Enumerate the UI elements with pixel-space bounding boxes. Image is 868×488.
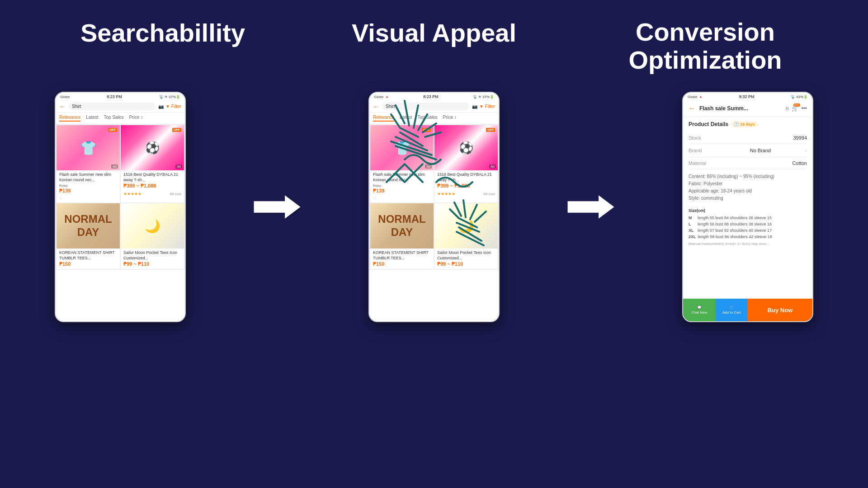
chat-now-button[interactable]: 💬 Chat Now — [683, 299, 716, 321]
stars-6: ★★★★★ — [437, 192, 455, 196]
content-spec: Content: 86% (including) ~ 95% (includin… — [689, 173, 807, 180]
off-badge-2: OFF — [172, 128, 181, 132]
svg-marker-22 — [568, 195, 614, 218]
tab-price-2[interactable]: Price ↕ — [443, 115, 457, 122]
back-btn-2[interactable]: ← — [373, 103, 379, 110]
tab-latest[interactable]: Latest — [86, 115, 98, 122]
off-badge-6: OFF — [486, 128, 495, 132]
tab-top-sales[interactable]: Top Sales — [104, 115, 124, 122]
sale-price-2: ₱399 ~ ₱1,088 — [123, 183, 181, 189]
product-card-2[interactable]: OFF ⚽ Ad 1516 Best Quality DYBALA 21 awa… — [121, 125, 184, 202]
product-img-8: 🌙 — [434, 203, 498, 249]
cart-icon[interactable]: 🛒99+ — [792, 105, 798, 112]
filter-icon-2[interactable]: ▼ Filter — [479, 104, 495, 109]
stock-label: Stock — [689, 135, 716, 141]
product-info-7: KOREAN STATEMENT SHIRT TUMBLR TEES... ₱1… — [370, 249, 434, 269]
conversion-title: ConversionOptimization — [571, 18, 840, 74]
products-grid-1: OFF 👕 Ad Flash sale Summer new slim Kore… — [56, 124, 185, 270]
tab-relevance[interactable]: Relevance — [59, 115, 80, 122]
product-card-8[interactable]: 🌙 Sailor Moon Pocket Tees Icon Customize… — [434, 203, 498, 269]
product-card-1[interactable]: OFF 👕 Ad Flash sale Summer new slim Kore… — [57, 125, 120, 202]
brand-value: No Brand — [750, 148, 771, 153]
buy-now-button[interactable]: Buy Now — [748, 299, 812, 321]
search-input-2[interactable]: Shirt — [382, 103, 469, 110]
sale-price-1: ₱139 — [59, 188, 117, 194]
stock-value: 39994 — [793, 135, 807, 141]
product-img-5: OFF 👕 Ad — [370, 125, 434, 170]
heart-icon-1[interactable]: ♡ — [59, 197, 62, 201]
status-bar-3: Globe 🔺 8:32 PM 📡 43%🔋 — [683, 93, 812, 101]
sort-tabs-1: Relevance Latest Top Sales Price ↕ — [56, 113, 185, 124]
product-img-6: OFF ⚽ Ad — [434, 125, 498, 170]
detail-header: ← Flash sale Summ... ⎋ 🛒99+ ••• — [683, 101, 812, 117]
original-price-5: ₱350 — [373, 184, 381, 188]
product-card-7[interactable]: NORMALDAY KOREAN STATEMENT SHIRT TUMBLR … — [370, 203, 434, 269]
search-input-1[interactable]: Shirt — [68, 103, 156, 110]
search-text-1: Shirt — [72, 104, 81, 109]
off-badge-1: OFF — [108, 128, 117, 132]
time-2: 8:23 PM — [423, 94, 439, 99]
camera-icon[interactable]: 📷 — [158, 104, 164, 109]
searchability-title: Searchabillity — [28, 18, 297, 47]
tab-relevance-2[interactable]: Relevance — [373, 115, 394, 122]
filter-icon[interactable]: ▼ Filter — [165, 104, 181, 109]
brand-label: Brand — [689, 148, 716, 153]
product-card-5[interactable]: OFF 👕 Ad Flash sale Summer new slim Kore… — [370, 125, 434, 202]
chat-label: Chat Now — [691, 310, 707, 314]
product-footer-1: ♡ — [57, 196, 120, 202]
back-btn-1[interactable]: ← — [59, 103, 66, 110]
product-details-label: Product Details — [689, 121, 728, 127]
measurement-note: Manual measurement, error(+-1~3cm) may o… — [689, 242, 807, 246]
camera-icon-2[interactable]: 📷 — [472, 104, 477, 109]
material-label: Material — [689, 160, 716, 166]
product-img-1: OFF 👕 Ad — [57, 125, 120, 170]
sale-price-8: ₱99 ~ ₱110 — [437, 261, 495, 267]
search-text-2: Shirt — [386, 104, 395, 109]
cart-add-label: Add to Cart — [722, 310, 741, 314]
product-info-3: KOREAN STATEMENT SHIRT TUMBLR TEES... ₱1… — [57, 249, 120, 269]
ad-badge-1: Ad — [111, 164, 118, 169]
tab-latest-2[interactable]: Latest — [400, 115, 412, 122]
chat-icon: 💬 — [697, 305, 702, 310]
heart-icon-5[interactable]: ♡ — [373, 197, 376, 201]
ad-badge-2: Ad — [175, 164, 182, 169]
phone-visual-appeal: Globe 🔺 8:23 PM 📡 ✈ 37%🔋 ← Shirt 📷 ▼ Fil… — [368, 92, 500, 322]
product-name-7: KOREAN STATEMENT SHIRT TUMBLR TEES... — [373, 250, 431, 261]
add-to-cart-button[interactable]: 🛒 Add to Cart — [716, 299, 748, 321]
more-icon[interactable]: ••• — [801, 105, 807, 112]
material-row: Material Cotton — [689, 157, 807, 169]
brand-row[interactable]: Brand No Brand › — [689, 144, 807, 157]
products-grid-2: OFF 👕 Ad Flash sale Summer new slim Kore… — [369, 124, 499, 270]
search-icons-1: 📷 ▼ Filter — [158, 104, 181, 109]
detail-title: Flash sale Summ... — [699, 105, 782, 112]
battery-3: 📡 43%🔋 — [791, 95, 808, 99]
sale-price-7: ₱150 — [373, 261, 431, 267]
sold-count-2: 68 sold — [170, 192, 181, 196]
product-footer-6: ★★★★★ 68 sold — [434, 191, 498, 198]
product-footer-2: ★★★★★ 68 sold — [121, 191, 184, 198]
product-img-4: 🌙 — [121, 203, 184, 249]
back-btn-3[interactable]: ← — [689, 104, 696, 113]
product-info-4: Sailor Moon Pocket Tees Icon Customized.… — [121, 249, 184, 269]
product-card-3[interactable]: NORMALDAY KOREAN STATEMENT SHIRT TUMBLR … — [57, 203, 120, 269]
tab-top-sales-2[interactable]: Top Sales — [418, 115, 438, 122]
tab-price[interactable]: Price ↕ — [129, 115, 143, 122]
cart-badge: 99+ — [793, 103, 801, 107]
style-spec: Style: commuting — [689, 195, 807, 202]
product-name-3: KOREAN STATEMENT SHIRT TUMBLR TEES... — [59, 250, 117, 261]
product-card-6[interactable]: OFF ⚽ Ad 1516 Best Quality DYBALA 21 awa… — [434, 125, 498, 202]
product-info-5: Flash sale Summer new slim Korean round … — [370, 170, 434, 196]
share-icon[interactable]: ⎋ — [786, 105, 789, 112]
svg-marker-0 — [254, 195, 301, 218]
search-bar-1: ← Shirt 📷 ▼ Filter — [56, 101, 185, 113]
days-badge: 🕐 19 days — [731, 121, 758, 127]
product-img-2: OFF ⚽ Ad — [121, 125, 184, 170]
ad-badge-6: Ad — [489, 164, 496, 169]
carrier-3: Globe 🔺 — [688, 95, 703, 99]
product-name-6: 1516 Best Quality DYBALA 21 away T-sh... — [437, 172, 495, 183]
product-info-8: Sailor Moon Pocket Tees Icon Customized.… — [434, 249, 498, 269]
detail-footer: 💬 Chat Now 🛒 Add to Cart Buy Now — [683, 299, 812, 321]
carrier-2: Globe 🔺 — [374, 95, 389, 99]
product-card-4[interactable]: 🌙 Sailor Moon Pocket Tees Icon Customize… — [121, 203, 184, 269]
size-table: Size(cm) M length 55 bust 84 shoulders 3… — [689, 208, 807, 240]
